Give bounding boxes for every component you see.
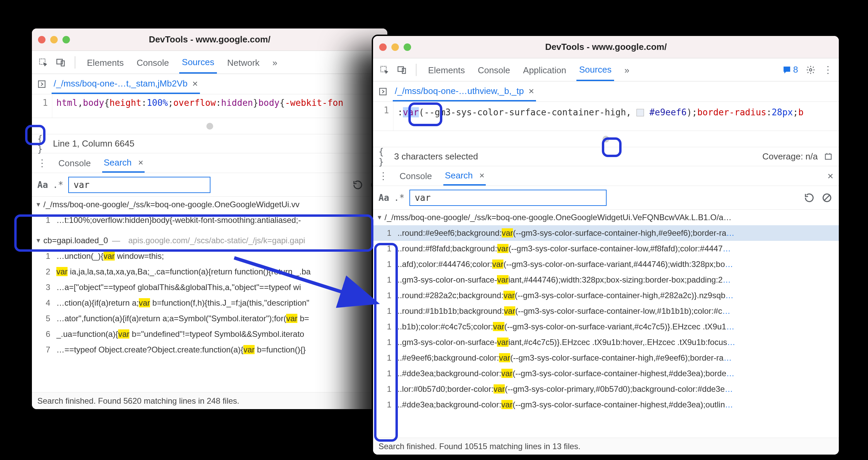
status-row: { } 3 characters selected Coverage: n/a [373, 147, 839, 166]
inspect-icon[interactable] [379, 65, 389, 75]
tab-elements[interactable]: Elements [425, 59, 467, 80]
refresh-icon[interactable] [803, 191, 816, 204]
result-match-line[interactable]: 1..gm3-sys-color-on-surface-variant,#444… [373, 272, 839, 288]
coverage-icon[interactable] [823, 152, 833, 162]
result-match-line[interactable]: 1..round:#1b1b1b;background:var(--gm3-sy… [373, 303, 839, 319]
result-match-line[interactable]: 6_.ua=function(a){var b="undefined"!=typ… [32, 326, 387, 342]
result-text: _.ua=function(a){var b="undefined"!=type… [56, 329, 384, 339]
disclosure-icon[interactable]: ▼ [35, 237, 41, 244]
case-sensitive-toggle[interactable]: Aa [37, 180, 48, 190]
result-match-line[interactable]: 1..#e9eef6;background-color:var(--gm3-sy… [373, 350, 839, 366]
tab-more[interactable]: » [270, 52, 280, 73]
tab-sources[interactable]: Sources [576, 58, 614, 81]
result-line-number: 1 [376, 353, 391, 363]
result-file-header[interactable]: ▼ /_/mss/boq-one-google/_/ss/k=boq-one-g… [32, 197, 387, 212]
tab-more[interactable]: » [622, 59, 632, 80]
drawer-menu-icon[interactable]: ⋮ [378, 170, 388, 181]
svg-line-13 [824, 195, 830, 201]
search-results[interactable]: ▼ /_/mss/boq-one-google/_/ss/k=boq-one-g… [32, 197, 387, 392]
drawer-menu-icon[interactable]: ⋮ [37, 157, 47, 169]
device-toggle-icon[interactable] [56, 57, 66, 68]
close-icon[interactable]: × [479, 170, 484, 180]
result-text: …unction(_){var window=this; [56, 251, 384, 261]
result-match-line[interactable]: 3…a=["object"==typeof globalThis&&global… [32, 280, 387, 295]
result-file-header[interactable]: ▼ /_/mss/boq-one-google/_/ss/k=boq-one-g… [373, 210, 839, 225]
tab-application[interactable]: Application [520, 59, 569, 80]
message-count[interactable]: 8 [782, 64, 798, 75]
line-number: 1 [373, 102, 393, 131]
search-highlight: var [502, 228, 513, 237]
result-text: …ction(a){if(a)return a;var b=function(f… [56, 298, 384, 308]
code-line[interactable]: html,body{height:100%;overflow:hidden}bo… [52, 94, 387, 118]
close-drawer-icon[interactable]: × [827, 170, 833, 182]
search-input[interactable] [409, 190, 607, 206]
result-match-line[interactable]: 1..#dde3ea;background-color:var(--gm3-sy… [373, 366, 839, 381]
message-icon [782, 65, 791, 74]
zoom-window-button[interactable] [404, 43, 411, 51]
minimize-window-button[interactable] [391, 43, 399, 51]
result-match-line[interactable]: 1..round:#f8fafd;background:var(--gm3-sy… [373, 241, 839, 256]
tab-console[interactable]: Console [475, 59, 513, 80]
drawer-tab-search[interactable]: Search × [102, 153, 145, 173]
regex-toggle[interactable]: .* [394, 193, 404, 203]
show-navigator-icon[interactable] [37, 79, 47, 89]
result-match-line[interactable]: 1..#dde3ea;background-color:var(--gm3-sy… [373, 397, 839, 413]
result-match-line[interactable]: 4…ction(a){if(a)return a;var b=function(… [32, 295, 387, 311]
result-match-line[interactable]: 1..afd);color:#444746;color:var(--gm3-sy… [373, 256, 839, 272]
disclosure-icon[interactable]: ▼ [35, 201, 41, 208]
regex-toggle[interactable]: .* [53, 180, 63, 190]
file-tab[interactable]: /_/mss/boq-one-…uthview,_b,_tp × [393, 82, 536, 101]
minimize-window-button[interactable] [50, 36, 58, 43]
result-line-number: 1 [376, 228, 391, 238]
main-menu-icon[interactable]: ⋮ [823, 64, 833, 75]
pretty-print-icon[interactable]: { } [378, 152, 389, 162]
result-match-line[interactable]: 1…t:100%;overflow:hidden}body{-webkit-fo… [32, 212, 387, 228]
coverage-status: Coverage: n/a [762, 151, 818, 162]
close-icon[interactable]: × [192, 78, 198, 89]
result-file-header[interactable]: ▼ cb=gapi.loaded_0 — apis.google.com/_/s… [32, 233, 387, 248]
tab-sources[interactable]: Sources [179, 51, 217, 74]
result-line-number: 1 [35, 251, 50, 261]
close-window-button[interactable] [379, 43, 387, 51]
code-editor[interactable]: 1 :var(--gm3-sys-color-surface-container… [373, 102, 839, 131]
disclosure-icon[interactable]: ▼ [376, 214, 383, 221]
settings-icon[interactable] [806, 65, 816, 75]
result-file-origin: apis.google.com/_/scs/abc-static/_/js/k=… [128, 236, 305, 245]
pretty-print-icon[interactable]: { } [37, 139, 48, 149]
tab-elements[interactable]: Elements [84, 52, 126, 73]
search-input[interactable] [68, 177, 210, 193]
inspect-icon[interactable] [38, 57, 48, 68]
result-match-line[interactable]: 1..gm3-sys-color-on-surface-variant,#c4c… [373, 334, 839, 350]
close-icon[interactable]: × [529, 86, 534, 97]
show-navigator-icon[interactable] [378, 87, 388, 97]
result-match-line[interactable]: 1..round:#e9eef6;background:var(--gm3-sy… [373, 225, 839, 241]
result-match-line[interactable]: 1..b1b);color:#c4c7c5;color:var(--gm3-sy… [373, 319, 839, 334]
zoom-window-button[interactable] [62, 36, 70, 43]
refresh-icon[interactable] [351, 178, 364, 191]
case-sensitive-toggle[interactable]: Aa [378, 193, 389, 203]
tab-console[interactable]: Console [134, 52, 171, 73]
result-match-line[interactable]: 1..lor:#0b57d0;border-color:var(--gm3-sy… [373, 381, 839, 397]
result-match-line[interactable]: 7…==typeof Object.create?Object.create:f… [32, 342, 387, 358]
result-match-line[interactable]: 1…unction(_){var window=this; [32, 248, 387, 264]
code-line[interactable]: :var(--gm3-sys-color-surface-container-h… [393, 102, 839, 131]
search-results[interactable]: ▼ /_/mss/boq-one-google/_/ss/k=boq-one-g… [373, 210, 839, 438]
window-controls [38, 36, 70, 43]
result-match-line[interactable]: 1..round:#282a2c;background:var(--gm3-sy… [373, 288, 839, 303]
drawer-tab-console[interactable]: Console [398, 167, 433, 185]
result-line-number: 1 [376, 244, 391, 253]
drawer-tab-console[interactable]: Console [57, 154, 92, 172]
result-match-line[interactable]: 5…ator",function(a){if(a)return a;a=Symb… [32, 311, 387, 326]
result-match-line[interactable]: 2var ia,ja,la,sa,ta,xa,ya,Ba;_.ca=functi… [32, 264, 387, 280]
devtools-window-left: DevTools - www.google.com/ Elements Cons… [31, 27, 389, 410]
device-toggle-icon[interactable] [397, 65, 407, 75]
code-editor[interactable]: 1 html,body{height:100%;overflow:hidden}… [32, 94, 387, 118]
close-window-button[interactable] [38, 36, 45, 43]
svg-point-9 [810, 69, 812, 71]
tab-network[interactable]: Network [224, 52, 262, 73]
close-icon[interactable]: × [138, 157, 143, 168]
clear-icon[interactable] [820, 191, 833, 204]
drawer-tab-search[interactable]: Search × [443, 166, 486, 186]
result-line-number: 7 [35, 345, 50, 354]
file-tab[interactable]: /_/mss/boq-one-…t,_stam,jMb2Vb × [52, 74, 200, 94]
